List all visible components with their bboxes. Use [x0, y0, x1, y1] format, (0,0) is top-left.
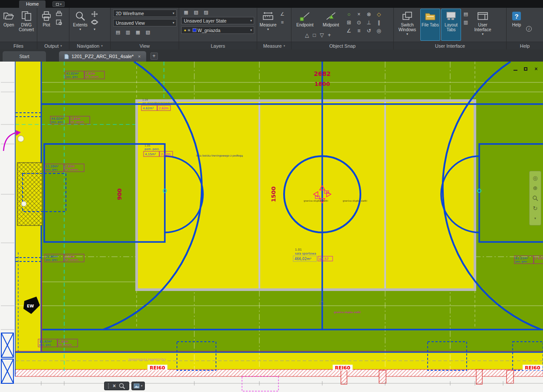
chevron-down-icon: ▾: [172, 11, 175, 15]
snap-node-icon[interactable]: ◎: [374, 27, 384, 35]
snap-nearest-icon[interactable]: ▽: [320, 31, 324, 39]
current-layer-dropdown[interactable]: ● ☀ W_gniazda ▾: [181, 26, 254, 34]
measure-button[interactable]: Measure ▾: [258, 9, 278, 41]
orbit-icon[interactable]: ↻: [533, 206, 538, 211]
snap-perpendicular-icon[interactable]: ⊥: [364, 19, 374, 27]
panel-caption-object-snap: Object Snap: [291, 42, 393, 49]
file-tabs-toggle[interactable]: File Tabs: [420, 9, 440, 41]
viewport-three-icon[interactable]: ▦: [134, 29, 142, 36]
snap-angle-icon[interactable]: △: [305, 31, 309, 39]
switch-windows-button[interactable]: Switch Windows ▾: [395, 9, 419, 41]
midpoint-snap-icon: [325, 10, 337, 23]
orbit-icon[interactable]: [91, 19, 98, 26]
ribbon-panel-output: Plot Output▾: [37, 8, 69, 49]
snap-extension-icon[interactable]: ⊞: [344, 19, 354, 27]
snap-apparent-icon[interactable]: ⊗: [364, 10, 374, 19]
svg-text:466,02m²: 466,02m²: [294, 257, 311, 261]
svg-text:pos. gres: pos. gres: [39, 343, 51, 346]
svg-text:pos. gres: pos. gres: [515, 260, 527, 263]
viewport-four-icon[interactable]: ▧: [144, 29, 152, 36]
tile-vertically-icon[interactable]: ▤: [462, 11, 470, 17]
drawing-area[interactable]: EW 2682 1800 1500 900 REI60 REI60: [0, 62, 543, 392]
view-combo-dropdown[interactable]: Unsaved View ▾: [113, 19, 177, 26]
new-tab-button[interactable]: +: [150, 52, 158, 60]
tile-horizontally-icon[interactable]: ▥: [462, 19, 470, 26]
svg-text:pos. gres: pos. gres: [46, 168, 57, 171]
info-icon[interactable]: i: [526, 26, 532, 32]
svg-text:900: 900: [116, 188, 123, 200]
open-button[interactable]: Open: [1, 9, 16, 41]
svg-text:1.05: 1.05: [144, 144, 150, 147]
tab-drawing-active[interactable]: 1201_PZ2_ARC_R01_4sale* ×: [59, 51, 146, 62]
close-icon[interactable]: ×: [113, 383, 116, 389]
visual-style-value: 2D Wireframe: [116, 11, 144, 16]
layer-off-icon[interactable]: ▨: [202, 9, 210, 16]
layout-tabs-icon: [445, 10, 457, 23]
close-tab-icon[interactable]: ×: [138, 54, 141, 59]
dwg-convert-button[interactable]: DWG Convert: [17, 9, 36, 41]
svg-text:?: ?: [514, 13, 518, 20]
layer-state-dropdown[interactable]: Unsaved Layer State ▾: [181, 17, 254, 24]
layer-color-swatch: [193, 28, 196, 32]
zoom-extents-button[interactable]: Extents ▾: [71, 9, 90, 41]
zoom-tool-icon[interactable]: [119, 383, 125, 389]
snap-angle2-icon[interactable]: ∠: [344, 27, 354, 35]
restore-icon[interactable]: [522, 66, 529, 72]
snap-tangent-icon[interactable]: ≡: [354, 27, 364, 35]
tab-start[interactable]: Start: [3, 51, 46, 62]
preview-icon[interactable]: [55, 19, 63, 26]
chevron-down-icon[interactable]: ▾: [91, 27, 98, 31]
svg-text:lyt. ceram.: lyt. ceram.: [71, 120, 85, 124]
layer-freeze-sun-icon: ☀: [187, 28, 190, 33]
snap-parallel-icon[interactable]: ∥: [374, 19, 384, 27]
layer-on-icon: ●: [184, 28, 186, 33]
layer-isolate-icon[interactable]: ▦: [182, 9, 190, 16]
pan-icon[interactable]: ⊕: [533, 185, 538, 191]
svg-text:1.04: 1.04: [142, 98, 148, 101]
ribbon-options-button[interactable]: ▾: [52, 1, 65, 7]
zoom-icon[interactable]: [532, 195, 538, 201]
panel-flyout-icon: ▾: [284, 44, 285, 48]
snap-intersection-icon[interactable]: ×: [354, 10, 364, 19]
floating-toolbar: × ▾: [104, 382, 145, 390]
minimize-icon[interactable]: [512, 66, 519, 72]
drawing-canvas[interactable]: EW 2682 1800 1500 900 REI60 REI60: [0, 62, 543, 392]
help-button[interactable]: ? Help: [508, 9, 525, 41]
snap-parallel2-icon[interactable]: □: [313, 31, 316, 39]
viewport-single-icon[interactable]: ▤: [114, 29, 122, 36]
layout-tabs-toggle[interactable]: Layout Tabs: [441, 9, 461, 41]
layer-preview-button[interactable]: ▾: [131, 382, 145, 390]
pan-icon[interactable]: [91, 11, 98, 17]
user-interface-button[interactable]: User Interface ▾: [471, 9, 495, 41]
svg-text:1800: 1800: [314, 81, 330, 87]
layer-state-value: Unsaved Layer State: [184, 18, 226, 23]
close-icon[interactable]: ×: [533, 66, 540, 72]
document-window-controls: ×: [512, 66, 540, 72]
viewport-two-icon[interactable]: ▥: [124, 29, 132, 36]
snap-undo-icon[interactable]: ↺: [364, 27, 374, 35]
open-folder-icon: [3, 10, 14, 23]
snap-endpoint-button[interactable]: Endpoint: [293, 9, 317, 31]
ribbon-panel-view: 2D Wireframe ▾ Unsaved View ▾ ▤ ▥ ▦ ▧ Vi…: [111, 8, 179, 49]
ribbon-panel-layers: ▦ ▧ ▨ Unsaved Layer State ▾ ● ☀ W_gniazd…: [179, 8, 257, 49]
svg-text:regeneracja nawierzchni: regeneracja nawierzchni: [128, 358, 166, 361]
snap-circle-icon[interactable]: ○: [344, 10, 354, 19]
ribbon-tab-home[interactable]: Home: [19, 0, 46, 8]
extents-label: Extents: [73, 23, 87, 27]
plot-button[interactable]: Plot: [39, 9, 54, 41]
snap-quadrant-icon[interactable]: ◇: [374, 10, 384, 19]
snap-insert-icon[interactable]: +: [328, 31, 331, 39]
toolbar-grip[interactable]: [108, 383, 110, 389]
chevron-down-icon[interactable]: ▾: [534, 216, 536, 221]
measure-list-icon[interactable]: ≡: [278, 19, 286, 26]
snap-center-icon[interactable]: ⊙: [354, 19, 364, 27]
measure-angle-icon[interactable]: ∠: [278, 11, 286, 17]
snap-midpoint-button[interactable]: Midpoint: [319, 9, 343, 31]
open-label: Open: [3, 23, 14, 27]
chevron-down-icon: ▾: [249, 28, 253, 32]
steering-wheel-icon[interactable]: ◎: [533, 175, 537, 181]
visual-style-dropdown[interactable]: 2D Wireframe ▾: [113, 10, 177, 17]
chevron-down-icon: ▾: [482, 33, 484, 36]
batch-plot-icon[interactable]: [55, 11, 63, 17]
layer-freeze-icon[interactable]: ▧: [192, 9, 200, 16]
